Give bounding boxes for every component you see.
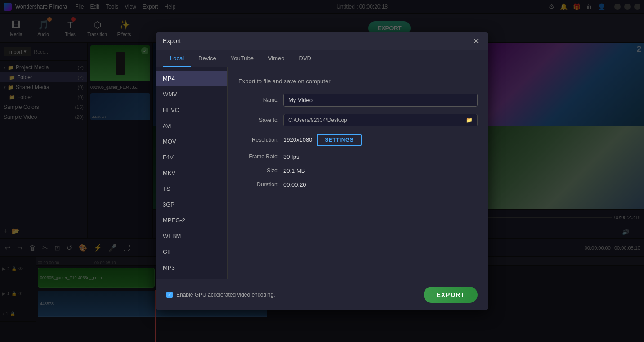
format-mp4[interactable]: MP4: [156, 71, 227, 86]
modal-footer: ✓ Enable GPU accelerated video encoding.…: [156, 279, 488, 310]
framerate-label: Frame Rate:: [238, 153, 279, 160]
format-wmv[interactable]: WMV: [156, 86, 227, 102]
size-value: 20.1 MB: [283, 167, 305, 174]
export-button[interactable]: EXPORT: [424, 287, 478, 303]
form-row-saveto: Save to: C:/Users/92334/Desktop 📁: [238, 114, 478, 126]
gpu-label: Enable GPU accelerated video encoding.: [176, 292, 275, 298]
resolution-value: 1920x1080: [283, 136, 312, 143]
modal-overlay: Export ✕ Local Device YouTube Vimeo DVD …: [0, 0, 644, 342]
modal-content: Export to file and save on computer Name…: [228, 67, 488, 279]
name-input[interactable]: [283, 94, 478, 107]
modal-tabs: Local Device YouTube Vimeo DVD: [156, 50, 488, 67]
export-to-label: Export to file and save on computer: [238, 78, 478, 85]
form-row-name: Name:: [238, 94, 478, 107]
save-to-path: C:/Users/92334/Desktop 📁: [283, 114, 478, 126]
browse-folder-icon[interactable]: 📁: [466, 117, 473, 123]
duration-value: 00:00:20: [283, 181, 306, 188]
form-row-framerate: Frame Rate: 30 fps: [238, 153, 478, 160]
format-mpeg2[interactable]: MPEG-2: [156, 212, 227, 228]
resolution-label: Resolution:: [238, 137, 279, 143]
tab-dvd[interactable]: DVD: [292, 50, 318, 67]
format-mkv[interactable]: MKV: [156, 165, 227, 181]
format-mov[interactable]: MOV: [156, 134, 227, 149]
gpu-checkbox-row: ✓ Enable GPU accelerated video encoding.: [166, 292, 275, 298]
name-label: Name:: [238, 97, 279, 103]
format-ts[interactable]: TS: [156, 181, 227, 197]
modal-body: MP4 WMV HEVC AVI MOV F4V MKV TS 3GP MPEG…: [156, 67, 488, 279]
modal-title: Export: [163, 37, 181, 45]
form-row-resolution: Resolution: 1920x1080 SETTINGS: [238, 134, 478, 146]
format-webm[interactable]: WEBM: [156, 228, 227, 244]
tab-device[interactable]: Device: [191, 50, 224, 67]
tab-vimeo[interactable]: Vimeo: [261, 50, 292, 67]
export-modal: Export ✕ Local Device YouTube Vimeo DVD …: [156, 32, 488, 310]
modal-close-button[interactable]: ✕: [470, 36, 481, 46]
size-label: Size:: [238, 167, 279, 174]
format-f4v[interactable]: F4V: [156, 149, 227, 165]
form-row-size: Size: 20.1 MB: [238, 167, 478, 174]
settings-button[interactable]: SETTINGS: [317, 134, 362, 146]
format-avi[interactable]: AVI: [156, 118, 227, 134]
gpu-checkbox[interactable]: ✓: [166, 292, 173, 298]
tab-youtube[interactable]: YouTube: [224, 50, 261, 67]
format-mp3[interactable]: MP3: [156, 260, 227, 275]
modal-header: Export ✕: [156, 32, 488, 50]
format-3gp[interactable]: 3GP: [156, 197, 227, 212]
duration-label: Duration:: [238, 181, 279, 188]
tab-local[interactable]: Local: [163, 50, 191, 67]
save-to-label: Save to:: [238, 117, 279, 123]
format-hevc[interactable]: HEVC: [156, 102, 227, 118]
save-to-value: C:/Users/92334/Desktop: [288, 117, 347, 123]
format-sidebar: MP4 WMV HEVC AVI MOV F4V MKV TS 3GP MPEG…: [156, 67, 228, 279]
format-gif[interactable]: GIF: [156, 244, 227, 260]
form-row-duration: Duration: 00:00:20: [238, 181, 478, 188]
framerate-value: 30 fps: [283, 153, 299, 160]
